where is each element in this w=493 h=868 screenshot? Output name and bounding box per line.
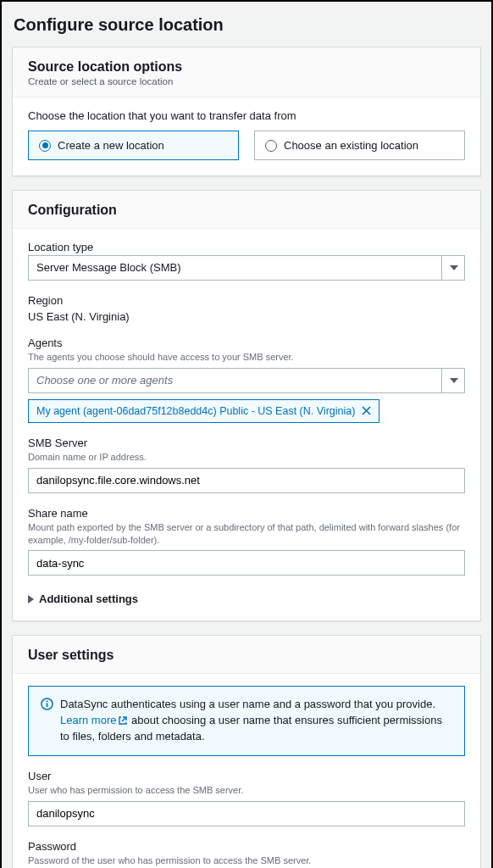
close-icon bbox=[362, 406, 371, 415]
caret-right-icon bbox=[28, 595, 34, 604]
agents-hint: The agents you choose should have access… bbox=[28, 351, 465, 364]
source-options-subtitle: Create or select a source location bbox=[28, 76, 465, 86]
user-settings-panel: User settings DataSync authenticates usi… bbox=[12, 635, 481, 868]
user-input[interactable] bbox=[28, 801, 465, 826]
password-label: Password bbox=[28, 840, 465, 853]
radio-create-label: Create a new location bbox=[58, 139, 164, 152]
configuration-title: Configuration bbox=[28, 203, 465, 218]
share-name-input[interactable] bbox=[28, 550, 465, 576]
smb-server-input[interactable] bbox=[28, 468, 465, 493]
region-label: Region bbox=[28, 294, 465, 307]
password-hint: Password of the user who has permission … bbox=[28, 854, 465, 867]
agents-select[interactable]: Choose one or more agents bbox=[28, 368, 465, 393]
info-box: DataSync authenticates using a user name… bbox=[28, 686, 465, 756]
user-settings-title: User settings bbox=[28, 648, 465, 663]
choose-location-text: Choose the location that you want to tra… bbox=[28, 109, 465, 122]
page-title: Configure source location bbox=[12, 15, 481, 35]
additional-settings-toggle[interactable]: Additional settings bbox=[28, 589, 465, 605]
source-options-title: Source location options bbox=[28, 59, 465, 75]
smb-server-hint: Domain name or IP address. bbox=[28, 451, 465, 464]
configuration-panel: Configuration Location type Server Messa… bbox=[12, 190, 481, 621]
source-location-options-panel: Source location options Create or select… bbox=[12, 47, 481, 176]
additional-settings-label: Additional settings bbox=[39, 593, 138, 605]
remove-agent-button[interactable] bbox=[362, 406, 371, 415]
agent-token: My agent (agent-06dad75f12b8edd4c) Publi… bbox=[28, 399, 379, 423]
region-value: US East (N. Virginia) bbox=[28, 310, 465, 323]
radio-create-new-location[interactable]: Create a new location bbox=[28, 131, 239, 160]
user-label: User bbox=[28, 770, 465, 782]
radio-selected-icon bbox=[39, 140, 51, 152]
agents-label: Agents bbox=[28, 337, 465, 349]
share-name-label: Share name bbox=[28, 507, 465, 520]
info-text: DataSync authenticates using a user name… bbox=[60, 697, 452, 745]
radio-choose-existing-location[interactable]: Choose an existing location bbox=[254, 131, 465, 160]
smb-server-label: SMB Server bbox=[28, 437, 465, 449]
radio-existing-label: Choose an existing location bbox=[284, 139, 418, 152]
external-link-icon bbox=[118, 715, 128, 726]
agent-token-label: My agent (agent-06dad75f12b8edd4c) Publi… bbox=[36, 405, 355, 417]
location-type-select[interactable]: Server Message Block (SMB) bbox=[28, 255, 465, 281]
svg-rect-2 bbox=[47, 704, 48, 708]
learn-more-link[interactable]: Learn more bbox=[60, 714, 128, 726]
radio-unselected-icon bbox=[265, 140, 277, 152]
info-icon bbox=[41, 698, 53, 745]
svg-point-1 bbox=[46, 701, 47, 703]
user-hint: User who has permission to access the SM… bbox=[28, 784, 465, 797]
share-name-hint: Mount path exported by the SMB server or… bbox=[28, 521, 465, 547]
location-type-label: Location type bbox=[28, 241, 465, 253]
